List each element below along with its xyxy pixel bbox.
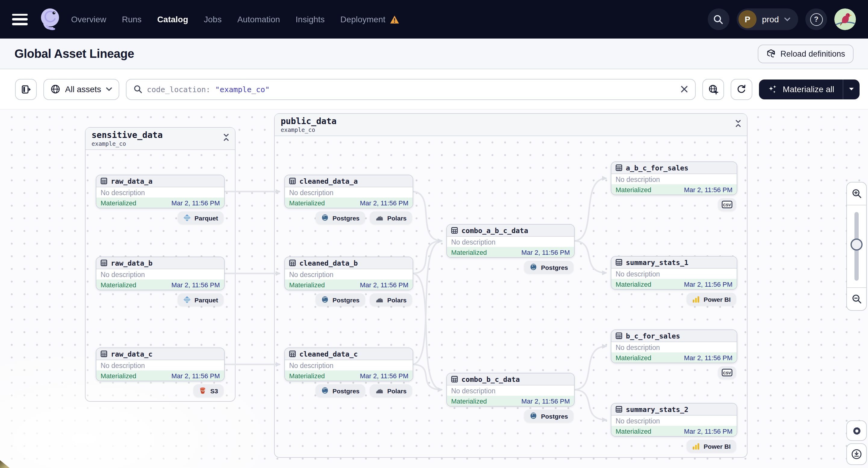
asset-node-header[interactable]: b_c_for_sales (611, 330, 737, 342)
nav-item-jobs[interactable]: Jobs (204, 14, 222, 24)
page-title: Global Asset Lineage (14, 47, 134, 61)
polars-icon (375, 387, 384, 394)
asset-node-header[interactable]: a_b_c_for_sales (611, 162, 737, 174)
asset-name: b_c_for_sales (626, 332, 680, 340)
download-image-button[interactable] (846, 443, 867, 465)
tag-postgres[interactable]: Postgres (524, 410, 574, 422)
tag-power-bi[interactable]: Power BI (687, 293, 736, 305)
tag-polars[interactable]: Polars (370, 293, 412, 306)
zoom-in-button[interactable] (847, 183, 866, 205)
asset-status-row: Materialized Mar 2, 11:56 PM (611, 184, 737, 194)
nav-item-deployment[interactable]: Deployment (340, 14, 385, 24)
asset-timestamp[interactable]: Mar 2, 11:56 PM (684, 186, 733, 193)
asset-node-combo_a_b_c_data[interactable]: combo_a_b_c_data No description Material… (446, 224, 575, 258)
asset-timestamp[interactable]: Mar 2, 11:56 PM (360, 199, 408, 206)
asset-node-header[interactable]: raw_data_b (96, 257, 224, 269)
asset-timestamp[interactable]: Mar 2, 11:56 PM (684, 354, 733, 361)
globe-icon (51, 84, 60, 94)
asset-timestamp[interactable]: Mar 2, 11:56 PM (360, 281, 408, 288)
asset-timestamp[interactable]: Mar 2, 11:56 PM (521, 397, 570, 404)
asset-timestamp[interactable]: Mar 2, 11:56 PM (684, 427, 733, 435)
asset-node-raw_data_c[interactable]: raw_data_c No description Materialized M… (96, 347, 225, 381)
asset-node-summary_stats_1[interactable]: summary_stats_1 No description Materiali… (611, 256, 737, 290)
environment-switcher[interactable]: P prod (737, 8, 798, 30)
asset-node-header[interactable]: cleaned_data_a (285, 175, 413, 187)
dagster-logo-icon[interactable] (37, 7, 63, 32)
asset-node-cleaned_data_c[interactable]: cleaned_data_c No description Materializ… (284, 347, 413, 381)
nav-item-catalog[interactable]: Catalog (157, 14, 188, 24)
search-button[interactable] (708, 8, 730, 30)
asset-group-header[interactable]: public_data example_co (275, 114, 747, 136)
tag-csv[interactable]: CSV (718, 198, 736, 211)
help-button[interactable]: ? (805, 8, 827, 30)
user-avatar[interactable] (834, 8, 856, 30)
tag-polars[interactable]: Polars (370, 384, 412, 397)
lineage-graph[interactable]: sensitive_data example_co public_data ex… (0, 109, 868, 468)
materialize-options-button[interactable] (843, 79, 860, 99)
zoom-out-button[interactable] (847, 288, 866, 310)
table-icon (289, 259, 296, 266)
nav-item-insights[interactable]: Insights (296, 14, 325, 24)
asset-group-header[interactable]: sensitive_data example_co (86, 128, 235, 150)
asset-node-header[interactable]: combo_b_c_data (447, 373, 574, 385)
asset-timestamp[interactable]: Mar 2, 11:56 PM (360, 372, 408, 379)
asset-node-raw_data_a[interactable]: raw_data_a No description Materialized M… (96, 175, 225, 209)
reload-definitions-button[interactable]: Reload definitions (757, 44, 854, 63)
asset-node-cleaned_data_b[interactable]: cleaned_data_b No description Materializ… (284, 257, 413, 290)
asset-node-header[interactable]: raw_data_a (96, 175, 224, 187)
asset-node-header[interactable]: raw_data_c (96, 348, 224, 360)
nav-item-runs[interactable]: Runs (122, 14, 142, 24)
search-input[interactable]: code_location:"example_co" (126, 79, 696, 100)
asset-node-header[interactable]: cleaned_data_c (285, 348, 413, 360)
tag-postgres[interactable]: Postgres (524, 261, 574, 274)
asset-node-summary_stats_2[interactable]: summary_stats_2 No description Materiali… (611, 403, 737, 437)
zoom-slider-thumb[interactable] (850, 239, 863, 251)
tag-polars[interactable]: Polars (370, 211, 412, 224)
page-header: Global Asset Lineage Reload definitions (0, 38, 868, 69)
open-sidebar-button[interactable] (15, 79, 37, 100)
asset-node-b_c_for_sales[interactable]: b_c_for_sales No description Materialize… (611, 330, 737, 363)
asset-node-header[interactable]: combo_a_b_c_data (447, 225, 574, 237)
nav-item-automation[interactable]: Automation (237, 14, 280, 24)
new-asset-group-button[interactable] (703, 79, 724, 100)
asset-node-header[interactable]: summary_stats_2 (611, 404, 737, 415)
zoom-slider[interactable] (847, 205, 866, 288)
asset-tag-row: Power BI (611, 440, 736, 453)
tag-postgres[interactable]: Postgres (316, 211, 365, 224)
tag-power-bi[interactable]: Power BI (687, 440, 736, 453)
asset-node-a_b_c_for_sales[interactable]: a_b_c_for_sales No description Materiali… (611, 161, 737, 195)
asset-status-row: Materialized Mar 2, 11:56 PM (611, 426, 737, 436)
asset-tag-row: PostgresPolars (284, 384, 412, 397)
refresh-icon (737, 84, 747, 94)
help-icon: ? (810, 13, 823, 26)
tag-s3[interactable]: S3 (193, 384, 223, 397)
asset-group-title: public_data (281, 116, 741, 126)
tag-postgres[interactable]: Postgres (316, 293, 365, 306)
materialize-all-button[interactable]: Materialize all (759, 79, 860, 99)
asset-node-raw_data_b[interactable]: raw_data_b No description Materialized M… (96, 257, 225, 290)
refresh-button[interactable] (731, 79, 753, 100)
asset-scope-dropdown[interactable]: All assets (43, 79, 119, 100)
asset-node-combo_b_c_data[interactable]: combo_b_c_data No description Materializ… (446, 373, 575, 407)
asset-node-header[interactable]: summary_stats_1 (611, 257, 737, 269)
clear-search-button[interactable] (681, 86, 688, 93)
nav-item-overview[interactable]: Overview (71, 14, 106, 24)
asset-timestamp[interactable]: Mar 2, 11:56 PM (521, 248, 570, 256)
graph-settings-button[interactable] (846, 420, 867, 441)
asset-node-header[interactable]: cleaned_data_b (285, 257, 413, 269)
asset-timestamp[interactable]: Mar 2, 11:56 PM (172, 372, 220, 379)
table-icon (616, 333, 622, 339)
asset-node-cleaned_data_a[interactable]: cleaned_data_a No description Materializ… (284, 175, 413, 209)
collapse-group-button[interactable] (223, 133, 229, 142)
tag-csv[interactable]: CSV (718, 366, 736, 379)
asset-name: cleaned_data_c (299, 350, 358, 358)
asset-timestamp[interactable]: Mar 2, 11:56 PM (172, 281, 220, 288)
asset-description: No description (285, 269, 413, 279)
tag-postgres[interactable]: Postgres (316, 384, 365, 397)
tag-parquet[interactable]: Parquet (178, 211, 223, 224)
collapse-group-button[interactable] (735, 119, 742, 128)
asset-timestamp[interactable]: Mar 2, 11:56 PM (172, 199, 220, 206)
menu-icon[interactable] (12, 13, 28, 25)
tag-parquet[interactable]: Parquet (178, 293, 223, 306)
asset-timestamp[interactable]: Mar 2, 11:56 PM (684, 280, 733, 288)
